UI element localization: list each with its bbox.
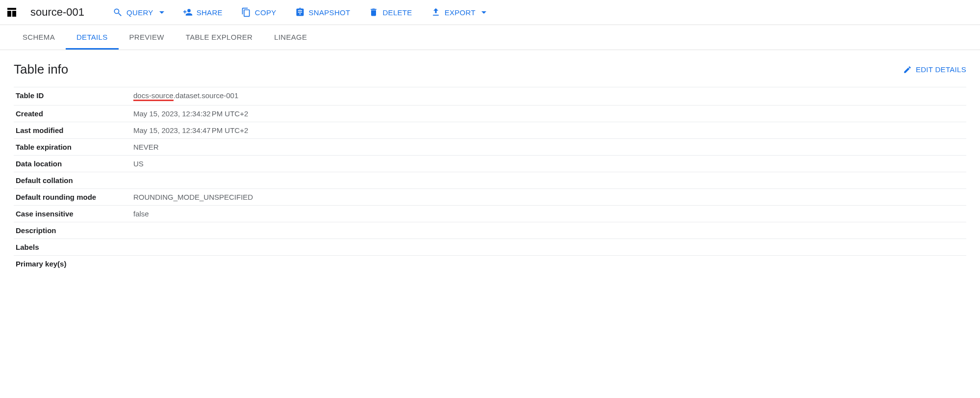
trash-icon — [369, 7, 378, 17]
label-table-expiration: Table expiration — [14, 139, 131, 156]
tab-details[interactable]: DETAILS — [66, 25, 119, 50]
export-label: Export — [445, 8, 476, 17]
label-default-collation: Default collation — [14, 172, 131, 189]
section-title: Table info — [14, 62, 68, 77]
table-icon — [6, 6, 18, 18]
row-description: Description — [14, 222, 966, 239]
content: Table info EDIT DETAILS Table ID docs-so… — [0, 50, 980, 284]
copy-button[interactable]: Copy — [241, 7, 276, 17]
label-table-id: Table ID — [14, 87, 131, 106]
label-created: Created — [14, 106, 131, 122]
delete-button[interactable]: Delete — [369, 7, 412, 17]
edit-details-button[interactable]: EDIT DETAILS — [903, 65, 966, 74]
row-labels: Labels — [14, 239, 966, 256]
tab-lineage[interactable]: LINEAGE — [263, 25, 318, 50]
row-default-rounding-mode: Default rounding mode ROUNDING_MODE_UNSP… — [14, 189, 966, 206]
share-label: Share — [197, 8, 223, 17]
label-last-modified: Last modified — [14, 122, 131, 139]
tab-table-explorer[interactable]: TABLE EXPLORER — [175, 25, 263, 50]
export-icon — [431, 7, 441, 17]
value-case-insensitive: false — [131, 206, 966, 222]
chevron-down-icon — [159, 11, 164, 14]
row-last-modified: Last modified May 15, 2023, 12:34:47 PM … — [14, 122, 966, 139]
value-default-collation — [131, 172, 966, 189]
value-table-expiration: NEVER — [131, 139, 966, 156]
value-table-id: docs-source.dataset.source-001 — [131, 87, 966, 106]
label-default-rounding-mode: Default rounding mode — [14, 189, 131, 206]
value-default-rounding-mode: ROUNDING_MODE_UNSPECIFIED — [131, 189, 966, 206]
snapshot-icon — [295, 7, 305, 17]
value-description — [131, 222, 966, 239]
value-last-modified: May 15, 2023, 12:34:47 PM UTC+2 — [131, 122, 966, 139]
label-primary-keys: Primary key(s) — [14, 256, 131, 272]
toolbar: Query Share Copy Snapshot Delete Export — [113, 7, 486, 17]
copy-icon — [241, 7, 251, 17]
label-case-insensitive: Case insensitive — [14, 206, 131, 222]
label-data-location: Data location — [14, 156, 131, 172]
row-primary-keys: Primary key(s) — [14, 256, 966, 272]
value-created: May 15, 2023, 12:34:32 PM UTC+2 — [131, 106, 966, 122]
section-header: Table info EDIT DETAILS — [14, 62, 966, 77]
chevron-down-icon — [481, 11, 486, 14]
page-title: source-001 — [30, 6, 84, 19]
query-label: Query — [126, 8, 153, 17]
pencil-icon — [903, 65, 912, 74]
label-labels: Labels — [14, 239, 131, 256]
row-case-insensitive: Case insensitive false — [14, 206, 966, 222]
row-table-expiration: Table expiration NEVER — [14, 139, 966, 156]
table-id-rest: .dataset.source-001 — [174, 91, 239, 100]
tabs: SCHEMA DETAILS PREVIEW TABLE EXPLORER LI… — [0, 25, 980, 50]
export-button[interactable]: Export — [431, 7, 486, 17]
header-bar: source-001 Query Share Copy Snapshot Del… — [0, 0, 980, 25]
copy-label: Copy — [255, 8, 276, 17]
table-id-prefix: docs-source — [133, 91, 174, 101]
row-table-id: Table ID docs-source.dataset.source-001 — [14, 87, 966, 106]
tab-schema[interactable]: SCHEMA — [12, 25, 66, 50]
table-info: Table ID docs-source.dataset.source-001 … — [14, 87, 966, 272]
share-button[interactable]: Share — [183, 7, 223, 17]
row-default-collation: Default collation — [14, 172, 966, 189]
value-labels — [131, 239, 966, 256]
query-button[interactable]: Query — [113, 7, 164, 17]
row-created: Created May 15, 2023, 12:34:32 PM UTC+2 — [14, 106, 966, 122]
snapshot-label: Snapshot — [309, 8, 351, 17]
value-data-location: US — [131, 156, 966, 172]
search-icon — [113, 7, 123, 17]
value-primary-keys — [131, 256, 966, 272]
label-description: Description — [14, 222, 131, 239]
row-data-location: Data location US — [14, 156, 966, 172]
tab-preview[interactable]: PREVIEW — [119, 25, 175, 50]
snapshot-button[interactable]: Snapshot — [295, 7, 351, 17]
delete-label: Delete — [382, 8, 412, 17]
edit-details-label: EDIT DETAILS — [916, 65, 966, 74]
person-add-icon — [183, 7, 193, 17]
